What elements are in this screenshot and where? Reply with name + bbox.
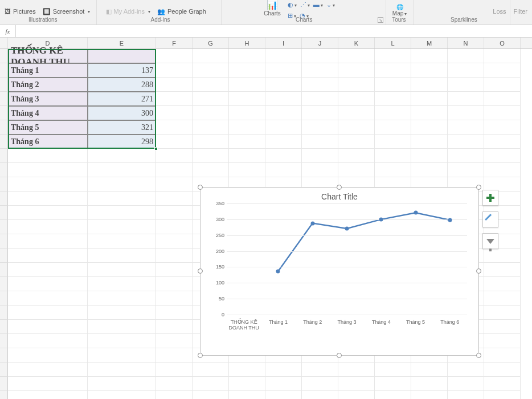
table-value-cell[interactable]: 288 xyxy=(88,78,156,92)
row-header[interactable] xyxy=(0,320,8,334)
row-header[interactable] xyxy=(0,192,8,206)
plot-area[interactable]: 050100150200250300350 xyxy=(227,203,467,315)
row-header[interactable] xyxy=(0,334,8,348)
chart-type-icon[interactable]: ⌄▾ xyxy=(326,1,335,9)
col-header[interactable]: I xyxy=(265,38,302,48)
filter-button[interactable]: Filter xyxy=(510,0,531,17)
resize-handle[interactable] xyxy=(476,268,481,274)
row-header[interactable] xyxy=(0,63,8,78)
sparkline-loss-button[interactable]: Loss xyxy=(489,0,509,17)
row-header[interactable] xyxy=(0,249,8,263)
row-header[interactable] xyxy=(0,291,8,306)
row-header[interactable] xyxy=(0,92,8,106)
row-header[interactable] xyxy=(0,106,8,120)
table-value-cell[interactable]: 271 xyxy=(88,92,156,106)
data-marker[interactable] xyxy=(448,218,452,222)
resize-handle[interactable] xyxy=(198,268,203,274)
row-header[interactable] xyxy=(0,391,8,399)
row-header[interactable] xyxy=(0,234,8,249)
pictures-button[interactable]: 🖼Pictures xyxy=(1,0,39,17)
chart-type-icon[interactable]: ⊞▾ xyxy=(288,12,296,19)
row-header[interactable] xyxy=(0,78,8,92)
data-marker[interactable] xyxy=(345,227,349,231)
map-button[interactable]: 🌐 Map▾ xyxy=(389,0,410,17)
resize-handle[interactable] xyxy=(476,353,481,358)
chart-filters-button[interactable] xyxy=(482,233,498,249)
resize-handle[interactable] xyxy=(198,353,203,358)
chart-type-icon[interactable]: ▬▾ xyxy=(313,1,323,9)
row-header[interactable] xyxy=(0,377,8,391)
table-label-cell[interactable]: Tháng 3 xyxy=(8,92,88,106)
row-header[interactable] xyxy=(0,263,8,277)
table-value-cell[interactable]: 300 xyxy=(88,106,156,120)
chart-series-line xyxy=(227,203,467,315)
dialog-launcher-icon[interactable]: ↘ xyxy=(378,17,383,23)
data-marker[interactable] xyxy=(414,211,418,215)
table-value-cell[interactable]: 321 xyxy=(88,120,156,135)
brush-icon xyxy=(485,214,496,225)
table-label-cell[interactable]: Tháng 4 xyxy=(8,106,88,120)
row-header[interactable] xyxy=(0,348,8,363)
row-header[interactable] xyxy=(0,163,8,177)
chart-type-icon[interactable]: ⋰▾ xyxy=(300,1,310,9)
col-header[interactable]: F xyxy=(156,38,193,48)
chart-elements-button[interactable] xyxy=(482,190,498,206)
x-tick-label: Tháng 5 xyxy=(398,319,432,331)
selection-fill-handle[interactable] xyxy=(154,147,158,150)
table-title-cell-right[interactable] xyxy=(88,49,156,63)
col-header[interactable]: H xyxy=(229,38,265,48)
table-label-cell[interactable]: Tháng 6 xyxy=(8,135,88,149)
x-tick-label: Tháng 4 xyxy=(364,319,398,331)
screenshot-button[interactable]: 🔲Screenshot▾ xyxy=(39,0,94,17)
x-tick-label: Tháng 3 xyxy=(330,319,364,331)
data-marker[interactable] xyxy=(310,221,314,225)
col-header[interactable]: E xyxy=(88,38,156,48)
table-value-cell[interactable]: 298 xyxy=(88,135,156,149)
resize-handle[interactable] xyxy=(198,185,203,190)
row-header[interactable] xyxy=(0,277,8,291)
row-header[interactable] xyxy=(0,206,8,220)
data-marker[interactable] xyxy=(276,269,280,273)
row-header[interactable] xyxy=(0,220,8,234)
fx-icon[interactable]: fx xyxy=(0,25,16,37)
col-header[interactable]: L xyxy=(375,38,411,48)
chart-styles-button[interactable] xyxy=(482,211,498,227)
select-all-corner[interactable] xyxy=(0,38,8,48)
data-marker[interactable] xyxy=(379,217,383,221)
row-header[interactable] xyxy=(0,306,8,320)
chart-side-buttons xyxy=(482,190,498,249)
col-header[interactable]: K xyxy=(338,38,375,48)
table-label-cell[interactable]: Tháng 2 xyxy=(8,78,88,92)
recommended-charts-button[interactable]: 📊 Charts xyxy=(260,0,284,17)
col-header[interactable]: G xyxy=(193,38,229,48)
y-tick-label: 350 xyxy=(207,201,224,206)
row-header[interactable] xyxy=(0,135,8,149)
screenshot-icon: 🔲 xyxy=(43,8,51,15)
col-header[interactable]: N xyxy=(448,38,484,48)
people-graph-button[interactable]: 👥People Graph xyxy=(154,0,210,17)
my-addins-button[interactable]: ◧My Add-ins▾ xyxy=(103,0,154,17)
row-header[interactable] xyxy=(0,149,8,163)
row-header[interactable] xyxy=(0,49,8,63)
col-header[interactable]: O xyxy=(484,38,521,48)
row-header[interactable] xyxy=(0,177,8,192)
table-title-cell[interactable]: THỐNG KÊ DOANH THU xyxy=(8,49,88,63)
picture-icon: 🖼 xyxy=(5,8,11,15)
resize-handle[interactable] xyxy=(337,353,342,358)
worksheet[interactable]: D E F G H I J K L M N O THỐNG KÊ DOANH T… xyxy=(0,38,532,399)
resize-handle[interactable] xyxy=(476,185,481,190)
formula-input[interactable] xyxy=(16,25,532,37)
y-tick-label: 250 xyxy=(207,233,224,238)
resize-handle[interactable] xyxy=(337,185,342,190)
table-label-cell[interactable]: Tháng 5 xyxy=(8,120,88,135)
chart-type-icon[interactable]: ◐▾ xyxy=(288,1,297,9)
row-header[interactable] xyxy=(0,120,8,135)
table-label-cell[interactable]: Tháng 1 xyxy=(8,63,88,78)
row-header[interactable] xyxy=(0,363,8,377)
embedded-chart[interactable]: Chart Title 050100150200250300350 THỐNG … xyxy=(200,187,479,356)
col-header[interactable]: J xyxy=(302,38,338,48)
table-value-cell[interactable]: 137 xyxy=(88,63,156,78)
chart-title[interactable]: Chart Title xyxy=(200,188,478,203)
people-icon: 👥 xyxy=(157,8,165,15)
col-header[interactable]: M xyxy=(411,38,448,48)
